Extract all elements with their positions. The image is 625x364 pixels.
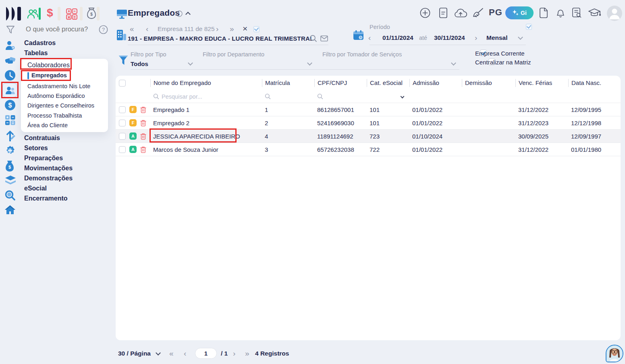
- col-header-admissao[interactable]: Admissão: [409, 79, 462, 87]
- company-search-icon[interactable]: [309, 35, 317, 42]
- table-row[interactable]: F Empregado 1 1 86128657001 101 01/01/20…: [116, 103, 621, 116]
- moneybag-module-icon[interactable]: $: [86, 7, 97, 19]
- col-header-demissao[interactable]: Demissão: [462, 79, 515, 87]
- col-header-cpf[interactable]: CPF/CNPJ: [314, 79, 367, 87]
- filter-icon[interactable]: [6, 25, 15, 34]
- sidebar-item-movimentacoes[interactable]: Movimentações: [24, 165, 73, 172]
- employee-name-cell[interactable]: Empregado 2: [150, 120, 262, 126]
- delete-icon[interactable]: [140, 120, 146, 126]
- col-header-data-nasc[interactable]: Data Nasc.: [568, 79, 621, 87]
- company-nav-checkbox[interactable]: [253, 26, 260, 32]
- sidebar-item-setores[interactable]: Setores: [24, 145, 48, 152]
- sidebar-item-esocial[interactable]: eSocial: [24, 185, 47, 192]
- assistant-chat-avatar[interactable]: [606, 345, 623, 362]
- cloud-upload-icon[interactable]: [454, 8, 467, 19]
- people-module-icon[interactable]: [27, 8, 39, 19]
- row-checkbox[interactable]: [119, 133, 126, 140]
- filter-tomador-chevron-icon[interactable]: [451, 60, 456, 66]
- last-page-button[interactable]: »: [245, 350, 249, 357]
- per-page-select[interactable]: 30 / Página: [118, 350, 151, 357]
- row-checkbox[interactable]: [119, 120, 126, 126]
- sidebar-item-encerramento[interactable]: Encerramento: [24, 195, 68, 202]
- preparacoes-icon[interactable]: $: [4, 160, 16, 171]
- home-icon[interactable]: [4, 205, 16, 216]
- filter-type-chevron-icon[interactable]: [188, 60, 193, 66]
- page-icon[interactable]: [538, 7, 549, 19]
- sidebar-item-tabelas[interactable]: Tabelas: [24, 50, 48, 57]
- demonstracoes-icon[interactable]: [4, 175, 16, 186]
- col-header-nome[interactable]: Nome do Empregado: [150, 79, 262, 87]
- user-avatar[interactable]: [607, 6, 622, 21]
- submenu-item-cadastramento-nis-lote[interactable]: Cadastramento Nis Lote: [27, 83, 90, 89]
- sidebar-item-cadastros[interactable]: Cadastros: [24, 39, 56, 47]
- delete-icon[interactable]: [140, 106, 146, 113]
- period-mode-chevron-icon[interactable]: [518, 35, 523, 40]
- gi-assistant-button[interactable]: Gi: [505, 6, 534, 19]
- submenu-item-processo-trabalhista[interactable]: Processo Trabalhista: [27, 112, 82, 119]
- company-name[interactable]: 191 - EMPRESA - MAKRO EDUCA - LUCRO REAL…: [128, 35, 314, 42]
- period-next-button[interactable]: ›: [475, 34, 477, 41]
- esocial-search-icon[interactable]: [4, 190, 16, 201]
- submenu-item-area-do-cliente[interactable]: Área do Cliente: [27, 122, 68, 128]
- period-checkbox[interactable]: [526, 24, 532, 30]
- sidebar-item-demonstracoes[interactable]: Demonstrações: [24, 175, 73, 182]
- delete-icon[interactable]: [140, 133, 146, 140]
- period-end-date[interactable]: 30/11/2024: [434, 34, 465, 41]
- employee-name-cell[interactable]: JESSICA APARECIDA RIBEIRO: [150, 133, 262, 140]
- payroll-module-icon[interactable]: $: [47, 6, 53, 19]
- col-header-venc-ferias[interactable]: Venc. Férias: [515, 79, 568, 87]
- page-number-input[interactable]: [195, 348, 216, 358]
- first-company-button[interactable]: «: [130, 25, 134, 33]
- calculator-module-icon[interactable]: [66, 8, 78, 20]
- employee-name-cell[interactable]: Empregado 1: [150, 106, 262, 113]
- search-cpf-input[interactable]: [326, 93, 358, 100]
- sidebar-item-contratuais[interactable]: Contratuais: [24, 134, 60, 142]
- employee-name-cell[interactable]: Marcos de Souza Junior: [150, 146, 262, 153]
- sidebar-search-input[interactable]: [26, 25, 94, 33]
- submenu-item-autonomo-esporadico[interactable]: Autônomo Esporádico: [27, 93, 85, 99]
- table-row[interactable]: F Empregado 2 2 52416969030 101 01/01/20…: [116, 116, 621, 130]
- tabelas-icon[interactable]: [4, 55, 16, 66]
- col-header-cat-esocial[interactable]: Cat. eSocial: [367, 79, 409, 87]
- filter-department-chevron-icon[interactable]: [307, 60, 312, 66]
- cat-esocial-filter-chevron-icon[interactable]: [401, 95, 405, 99]
- row-checkbox[interactable]: [119, 106, 126, 113]
- delete-icon[interactable]: [140, 146, 146, 153]
- last-company-button[interactable]: »: [230, 25, 234, 33]
- clock-icon[interactable]: [4, 70, 16, 81]
- search-matricula-input[interactable]: [273, 93, 305, 100]
- col-header-matricula[interactable]: Matrícula: [262, 79, 314, 87]
- submenu-item-empregados[interactable]: Empregados: [31, 72, 67, 79]
- close-company-filter-icon[interactable]: ×: [243, 24, 247, 33]
- audit-log-icon[interactable]: [572, 7, 582, 19]
- next-company-button[interactable]: ›: [216, 25, 218, 33]
- help-icon[interactable]: ?: [99, 25, 108, 34]
- period-prev-button[interactable]: ‹: [368, 34, 371, 41]
- cadastros-icon[interactable]: [4, 40, 16, 51]
- next-page-button[interactable]: ›: [233, 350, 235, 357]
- period-mode-select[interactable]: Mensal: [486, 34, 508, 41]
- setores-icon[interactable]: [4, 145, 16, 156]
- prev-company-button[interactable]: ‹: [146, 25, 148, 33]
- pg-logo[interactable]: PG: [489, 7, 502, 18]
- dollar-circle-icon[interactable]: $: [4, 99, 16, 111]
- collapse-title-icon[interactable]: [185, 12, 191, 17]
- table-row[interactable]: A Marcos de Souza Junior 3 65726232038 7…: [116, 143, 621, 156]
- company-mail-icon[interactable]: [320, 35, 328, 41]
- add-icon[interactable]: [419, 7, 431, 19]
- colaboradores-icon[interactable]: [2, 83, 17, 97]
- training-cap-icon[interactable]: [588, 8, 601, 19]
- first-page-button[interactable]: «: [169, 350, 174, 357]
- prev-page-button[interactable]: ‹: [184, 350, 186, 357]
- sidebar-item-preparacoes[interactable]: Preparações: [24, 155, 63, 162]
- info-icon[interactable]: i: [176, 10, 183, 17]
- per-page-chevron-icon[interactable]: [156, 350, 161, 356]
- submenu-item-dirigentes-conselheiros[interactable]: Dirigentes e Conselheiros: [27, 102, 94, 109]
- search-name-input[interactable]: [162, 93, 210, 100]
- filter-type-select[interactable]: Todos: [131, 60, 148, 67]
- row-checkbox[interactable]: [119, 146, 126, 153]
- document-icon[interactable]: [438, 7, 448, 19]
- calc-blue-icon[interactable]: [4, 114, 16, 126]
- sidebar-item-colaboradores[interactable]: Colaboradores: [27, 62, 70, 69]
- broom-icon[interactable]: [471, 8, 484, 19]
